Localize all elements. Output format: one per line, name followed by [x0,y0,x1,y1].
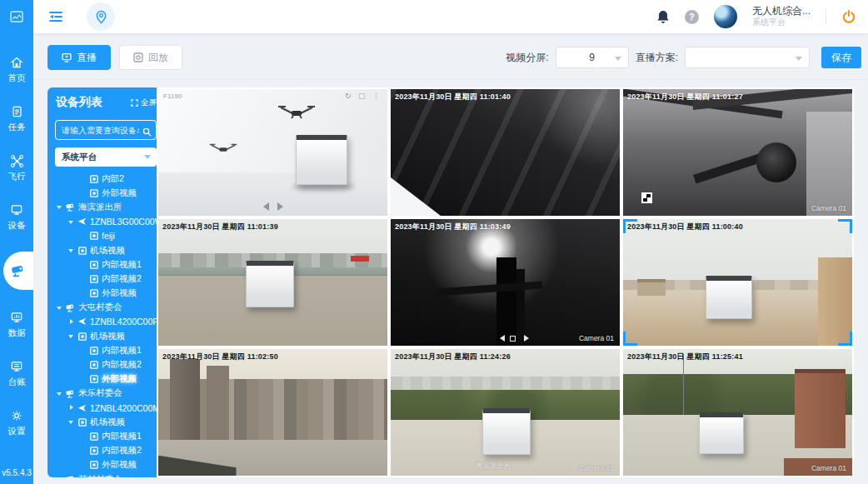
station-icon [65,389,76,398]
snapshot-icon[interactable] [510,336,516,342]
tree-item[interactable]: 机场视频 [47,415,164,429]
camera-name-label: Camera 01 [811,464,846,472]
drone-image [209,142,237,157]
video-cell-2[interactable]: 2023年11月30日 星期四 11:01:40 [391,89,620,216]
tree-item[interactable]: feiji [47,229,164,243]
toolbar-divider [33,79,868,80]
video-cell-9[interactable]: 2023年11月30日 星期四 11:25:41 Camera 01 [623,349,852,476]
tree-item[interactable]: 内部视频2 [47,357,164,372]
sidebar-item-label: 设备 [8,220,26,232]
sidebar-item-data[interactable]: 数据 [0,310,33,339]
caret-down-icon[interactable] [56,303,65,312]
caret-down-icon[interactable] [67,332,77,341]
cell-corner-icons[interactable]: ↻ ▢ ⋮ [345,92,382,100]
tree-item[interactable]: 内部2 [47,172,164,186]
tree-item[interactable]: 外部视频 [47,458,164,472]
tree-item-label: 外部视频 [102,373,137,385]
video-cell-6[interactable]: 2023年11月30日 星期四 11:00:40 [623,219,852,346]
tree-item[interactable]: 外部视频 [47,287,164,301]
sidebar-item-monitor[interactable] [3,252,33,290]
sidebar-item-settings[interactable]: 设置 [0,408,33,437]
next-icon[interactable] [524,335,532,342]
tree-item[interactable]: 海滨派出所 [47,200,164,214]
caret-down-icon[interactable] [56,389,65,398]
tree-item-label: 大屯村委会 [78,302,122,313]
platform-select[interactable]: 系统平台 [55,147,157,167]
video-cell-1[interactable]: F1190 ↻ ▢ ⋮ [158,89,387,216]
tab-live-label: 直播 [77,51,97,65]
tree-item[interactable]: 米乐村委会 [47,387,164,401]
caret-down-icon[interactable] [67,246,77,255]
device-search-input[interactable] [55,120,157,140]
tree-item[interactable]: 大屯村委会 [47,301,164,315]
tree-item[interactable]: 1ZNBL4200C00M7 [47,401,164,415]
power-icon[interactable] [841,9,856,24]
caret-right-icon[interactable] [67,403,77,412]
sidebar-item-home[interactable]: 首页 [0,55,33,84]
save-button[interactable]: 保存 [821,47,861,68]
devices-icon [10,202,23,217]
carousel-prev-icon[interactable] [259,202,269,211]
video-cell-8[interactable]: 2023年11月30日 星期四 11:24:26 海滨派出所 Camera 01 [391,349,620,476]
tab-live[interactable]: 直播 [47,45,111,70]
prev-icon[interactable] [496,335,505,342]
tree-item-label: 外部视频 [102,459,137,471]
caret-right-icon[interactable] [67,317,77,327]
scene-decor [391,177,441,216]
location-pin-button[interactable] [87,2,115,31]
tree-item-label: feiji [102,231,115,241]
tree-item[interactable]: 外部视频 [47,372,164,387]
tree-item-label: 机场视频 [90,331,125,342]
video-channel-icon [77,247,87,255]
caret-down-icon[interactable] [56,475,65,477]
tree-item[interactable]: 外部视频 [47,186,164,200]
tree-item[interactable]: 内部视频2 [47,272,164,286]
tree-item[interactable]: 内部视频1 [47,257,164,272]
split-select[interactable]: 9 [556,47,629,68]
broken-image-icon [10,11,23,22]
caret-spacer [79,174,88,183]
avatar[interactable] [714,5,737,28]
sidebar-item-devices[interactable]: 设备 [0,202,33,232]
timestamp-overlay: 2023年11月30日 星期四 11:01:27 [627,92,743,102]
caret-down-icon[interactable] [67,217,77,227]
tab-playback[interactable]: 回放 [119,45,182,70]
tree-item[interactable]: 1ZNBL4200C00P7 [47,315,164,329]
video-cell-5[interactable]: 2023年11月30日 星期四 11:03:49 Camera 01 [391,219,620,346]
tree-item[interactable]: 苏村村委会 [47,472,164,477]
help-icon[interactable]: ? [685,10,699,24]
video-channel-icon [88,447,99,455]
fullscreen-label: 全屏 [141,97,157,108]
tree-item[interactable]: 机场视频 [47,329,164,343]
video-cell-3[interactable]: 2023年11月30日 星期四 11:01:27 Camera 01 [623,89,852,216]
caret-down-icon[interactable] [67,417,77,427]
tree-item-label: 内部2 [102,173,124,185]
caret-spacer [79,346,88,355]
settings-icon [10,408,23,423]
sidebar-item-flight[interactable]: 飞行 [0,153,33,182]
tree-item[interactable]: 内部视频1 [47,429,164,443]
sidebar-item-ledger[interactable]: 台账 [0,359,33,388]
plan-select[interactable] [685,47,810,68]
caret-spacer [79,375,88,384]
collapse-menu-icon[interactable] [48,10,63,23]
video-channel-icon [77,418,87,427]
user-info[interactable]: 无人机综合... 系统平台 [752,5,811,28]
tree-item[interactable]: 内部视频1 [47,343,164,357]
tree-item[interactable]: 1ZNBL3G00C00WR [47,215,164,229]
fiducial-marker [641,192,652,203]
bell-icon[interactable] [656,9,670,24]
video-cell-7[interactable]: 2023年11月30日 星期四 11:02:50 [158,349,387,476]
scene-decor [516,89,620,165]
fullscreen-button[interactable]: 全屏 [131,97,157,108]
header-divider [826,9,826,24]
drone-image [277,104,316,122]
video-cell-4[interactable]: 2023年11月30日 星期四 11:01:39 [158,219,387,346]
sidebar-item-tasks[interactable]: 任务 [0,104,33,133]
carousel-next-icon[interactable] [277,202,287,211]
caret-spacer [79,447,88,456]
tree-item[interactable]: 机场视频 [47,243,164,257]
tree-item[interactable]: 内部视频2 [47,444,164,458]
caret-down-icon[interactable] [56,202,65,212]
caret-spacer [79,232,88,241]
